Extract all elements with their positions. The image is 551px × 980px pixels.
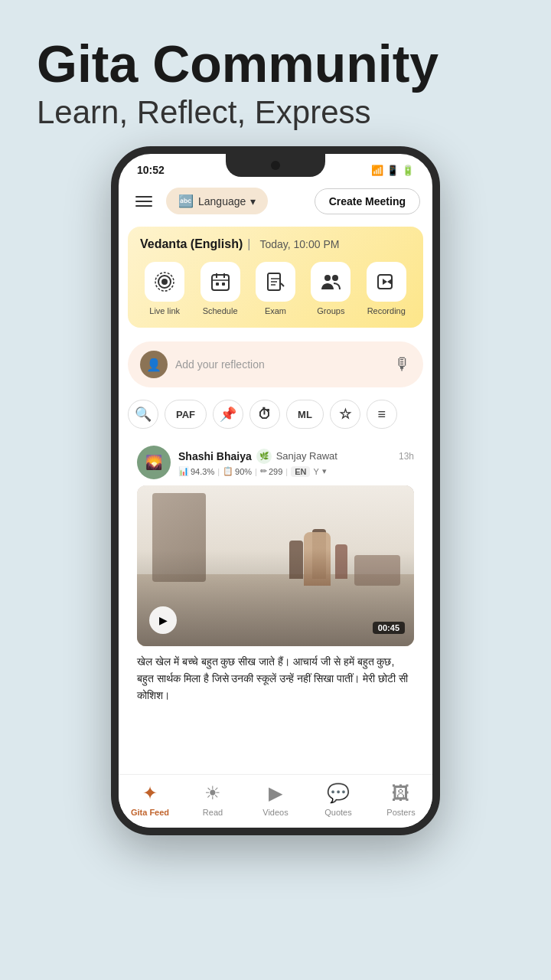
reflection-bar[interactable]: 👤 Add your reflection 🎙	[128, 341, 423, 387]
stat1-value: 94.3%	[191, 467, 214, 476]
live-link-icon-circle	[145, 262, 184, 302]
stat-percentage2: 📋 90%	[223, 466, 252, 476]
schedule-icon-circle	[201, 262, 240, 302]
schedule-item[interactable]: Schedule	[201, 262, 240, 315]
create-meeting-label: Create Meeting	[329, 195, 406, 207]
create-meeting-button[interactable]: Create Meeting	[315, 188, 420, 214]
signal-icon: 📱	[386, 165, 399, 176]
post-avatar: 🌄	[137, 446, 171, 479]
svg-rect-3	[212, 275, 229, 290]
author-badge: 🌿	[256, 449, 272, 464]
nav-videos[interactable]: ▶ Videos	[244, 782, 307, 817]
menu-filter[interactable]: ≡	[367, 400, 397, 429]
filter-bar: 🔍 PAF 📌 ⏱ ML ☆ ≡	[119, 395, 432, 433]
exam-icon	[266, 272, 285, 292]
timer-filter[interactable]: ⏱	[249, 400, 280, 429]
schedule-label: Schedule	[203, 306, 238, 315]
videos-label: Videos	[262, 808, 288, 817]
video-duration: 00:45	[373, 622, 405, 634]
pin-filter[interactable]: 📌	[213, 400, 243, 429]
read-label: Read	[203, 808, 223, 817]
star-filter[interactable]: ☆	[330, 400, 360, 429]
exam-item[interactable]: Exam	[256, 262, 295, 315]
page-title: Gita Community	[37, 37, 514, 91]
live-link-item[interactable]: Live link	[145, 262, 184, 315]
chevron-down-icon: ▾	[250, 195, 256, 207]
phone-content: 🔤 Language ▾ Create Meeting Vedanta (Eng…	[119, 181, 432, 828]
recording-label: Recording	[367, 306, 406, 315]
top-nav: 🔤 Language ▾ Create Meeting	[119, 181, 432, 220]
svg-line-13	[281, 283, 284, 286]
paf-filter[interactable]: PAF	[165, 400, 207, 429]
recording-icon	[377, 272, 396, 292]
nav-posters[interactable]: 🖼 Posters	[370, 782, 432, 817]
post-text: खेल खेल में बच्चे बहुत कुछ सीख जाते हैं।…	[137, 646, 414, 708]
translate-icon: 🔤	[178, 194, 194, 208]
quotes-icon: 💬	[327, 782, 350, 804]
edit-icon: ✏	[260, 466, 267, 476]
language-button[interactable]: 🔤 Language ▾	[166, 188, 268, 214]
chart-icon: 📊	[178, 466, 189, 476]
schedule-icon	[210, 272, 230, 292]
quotes-label: Quotes	[324, 808, 351, 817]
video-thumbnail[interactable]: ▶ 00:45	[137, 485, 414, 646]
hamburger-button[interactable]	[131, 191, 157, 211]
stat2-value: 90%	[235, 467, 252, 476]
language-label: Language	[198, 195, 246, 207]
recording-icon-circle	[367, 262, 406, 302]
posters-label: Posters	[386, 808, 415, 817]
wifi-icon: 📶	[371, 165, 383, 176]
phone-notch	[226, 154, 325, 177]
live-link-label: Live link	[149, 306, 180, 315]
stat3-value: 299	[269, 467, 282, 476]
nav-quotes[interactable]: 💬 Quotes	[307, 782, 370, 817]
user-avatar: 👤	[140, 351, 168, 378]
post-author-name: Shashi Bhaiya	[178, 450, 252, 462]
bottom-nav: ✦ Gita Feed ☀ Read ▶ Videos 💬 Quotes 🖼 P…	[119, 774, 432, 828]
read-icon: ☀	[204, 782, 221, 804]
hamburger-line-1	[135, 196, 152, 198]
language-variant: Y	[313, 467, 318, 476]
post-author-row: Shashi Bhaiya 🌿 Sanjay Rawat 13h	[178, 449, 414, 464]
hamburger-line-2	[135, 201, 152, 202]
svg-rect-7	[216, 283, 219, 286]
search-filter[interactable]: 🔍	[128, 400, 158, 429]
groups-icon-circle	[311, 262, 350, 302]
groups-label: Groups	[317, 306, 344, 315]
exam-icon-circle	[256, 262, 295, 302]
session-icons: Live link Schedule	[140, 262, 411, 315]
lang-dropdown-icon[interactable]: ▾	[322, 466, 327, 476]
exam-label: Exam	[265, 306, 286, 315]
nav-read[interactable]: ☀ Read	[181, 782, 244, 817]
svg-marker-17	[387, 279, 392, 285]
nav-gita-feed[interactable]: ✦ Gita Feed	[119, 782, 181, 817]
post-card: 🌄 Shashi Bhaiya 🌿 Sanjay Rawat 13h 📊 94.…	[128, 439, 423, 708]
groups-item[interactable]: Groups	[311, 262, 350, 315]
status-time: 10:52	[137, 164, 165, 176]
videos-icon: ▶	[269, 782, 282, 804]
recording-item[interactable]: Recording	[367, 262, 406, 315]
stat-percentage1: 📊 94.3%	[178, 466, 214, 476]
groups-icon	[320, 273, 341, 291]
post-stats: 📊 94.3% | 📋 90% | ✏ 299 |	[178, 466, 414, 477]
stat-count: ✏ 299	[260, 466, 282, 476]
post-meta: Shashi Bhaiya 🌿 Sanjay Rawat 13h 📊 94.3%…	[178, 449, 414, 477]
reflection-placeholder: Add your reflection	[175, 358, 386, 371]
post-header: 🌄 Shashi Bhaiya 🌿 Sanjay Rawat 13h 📊 94.…	[137, 439, 414, 485]
post-author2: Sanjay Rawat	[276, 450, 337, 462]
live-link-icon	[155, 272, 174, 292]
svg-point-1	[161, 279, 168, 285]
status-icons: 📶 📱 🔋	[371, 165, 414, 176]
posters-icon: 🖼	[392, 782, 410, 804]
hamburger-line-3	[135, 205, 152, 207]
phone-mockup: 10:52 📶 📱 🔋 🔤 Language ▾ Create Meeting	[111, 146, 440, 835]
svg-point-14	[324, 275, 331, 281]
session-card: Vedanta (English) | Today, 10:00 PM Live…	[128, 227, 423, 328]
gita-feed-label: Gita Feed	[131, 808, 169, 817]
page-subtitle: Learn, Reflect, Express	[37, 94, 514, 131]
session-course: Vedanta (English)	[140, 237, 243, 251]
mic-button[interactable]: 🎙	[394, 354, 411, 374]
session-time: Today, 10:00 PM	[259, 238, 339, 250]
copy-icon: 📋	[223, 466, 233, 476]
ml-filter[interactable]: ML	[286, 400, 324, 429]
